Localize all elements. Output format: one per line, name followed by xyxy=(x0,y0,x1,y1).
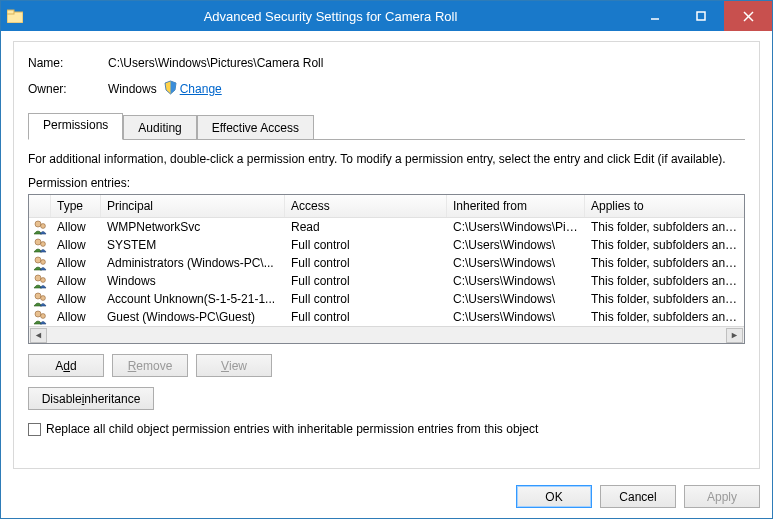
change-link-text[interactable]: Change xyxy=(180,82,222,96)
svg-point-16 xyxy=(35,311,41,317)
svg-point-12 xyxy=(35,275,41,281)
scroll-left-arrow-icon[interactable]: ◄ xyxy=(30,328,47,343)
scroll-right-arrow-icon[interactable]: ► xyxy=(726,328,743,343)
cancel-button[interactable]: Cancel xyxy=(600,485,676,508)
svg-rect-3 xyxy=(697,12,705,20)
svg-point-7 xyxy=(41,224,46,229)
dialog-footer: OK Cancel Apply xyxy=(1,477,772,518)
maximize-button[interactable] xyxy=(678,1,724,31)
name-value: C:\Users\Windows\Pictures\Camera Roll xyxy=(108,56,323,70)
cell-applies: This folder, subfolders and files xyxy=(585,219,744,235)
window-title: Advanced Security Settings for Camera Ro… xyxy=(29,9,632,24)
principal-icon xyxy=(29,255,51,271)
svg-point-9 xyxy=(41,242,46,247)
principal-icon xyxy=(29,219,51,235)
cell-inherited: C:\Users\Windows\ xyxy=(447,291,585,307)
cell-inherited: C:\Users\Windows\ xyxy=(447,273,585,289)
col-principal[interactable]: Principal xyxy=(101,195,285,217)
table-row[interactable]: AllowAccount Unknown(S-1-5-21-1...Full c… xyxy=(29,290,744,308)
cell-principal: WMPNetworkSvc xyxy=(101,219,285,235)
change-owner-link[interactable]: Change xyxy=(163,80,222,98)
grid-header: Type Principal Access Inherited from App… xyxy=(29,195,744,218)
grid-body: AllowWMPNetworkSvcReadC:\Users\Windows\P… xyxy=(29,218,744,326)
inner-panel: Name: C:\Users\Windows\Pictures\Camera R… xyxy=(13,41,760,469)
remove-button[interactable]: Remove xyxy=(112,354,188,377)
svg-point-10 xyxy=(35,257,41,263)
minimize-button[interactable] xyxy=(632,1,678,31)
svg-point-17 xyxy=(41,314,46,319)
owner-value: Windows xyxy=(108,82,157,96)
principal-icon xyxy=(29,273,51,289)
table-row[interactable]: AllowGuest (Windows-PC\Guest)Full contro… xyxy=(29,308,744,326)
cell-access: Full control xyxy=(285,309,447,325)
cell-principal: Guest (Windows-PC\Guest) xyxy=(101,309,285,325)
cell-type: Allow xyxy=(51,309,101,325)
owner-row: Owner: Windows Change xyxy=(28,80,745,98)
replace-children-checkbox[interactable] xyxy=(28,423,41,436)
tab-strip: Permissions Auditing Effective Access xyxy=(28,113,745,140)
owner-label: Owner: xyxy=(28,82,108,96)
permission-entries-label: Permission entries: xyxy=(28,176,745,190)
cell-type: Allow xyxy=(51,237,101,253)
cell-applies: This folder, subfolders and files xyxy=(585,237,744,253)
security-settings-window: Advanced Security Settings for Camera Ro… xyxy=(0,0,773,519)
entry-buttons-row: Add Remove View xyxy=(28,354,745,377)
cell-inherited: C:\Users\Windows\Pic... xyxy=(447,219,585,235)
cell-applies: This folder, subfolders and files xyxy=(585,291,744,307)
table-row[interactable]: AllowWMPNetworkSvcReadC:\Users\Windows\P… xyxy=(29,218,744,236)
col-access[interactable]: Access xyxy=(285,195,447,217)
table-row[interactable]: AllowWindowsFull controlC:\Users\Windows… xyxy=(29,272,744,290)
titlebar[interactable]: Advanced Security Settings for Camera Ro… xyxy=(1,1,772,31)
cell-applies: This folder, subfolders and files xyxy=(585,255,744,271)
tab-auditing[interactable]: Auditing xyxy=(123,115,196,140)
cell-type: Allow xyxy=(51,273,101,289)
close-button[interactable] xyxy=(724,1,772,31)
principal-icon xyxy=(29,291,51,307)
table-row[interactable]: AllowSYSTEMFull controlC:\Users\Windows\… xyxy=(29,236,744,254)
disable-inheritance-button[interactable]: Disable inheritance xyxy=(28,387,154,410)
replace-children-label: Replace all child object permission entr… xyxy=(46,422,538,436)
svg-point-6 xyxy=(35,221,41,227)
principal-icon xyxy=(29,309,51,325)
name-label: Name: xyxy=(28,56,108,70)
inheritance-row: Disable inheritance xyxy=(28,387,745,410)
permissions-tab-body: For additional information, double-click… xyxy=(28,140,745,458)
cell-principal: SYSTEM xyxy=(101,237,285,253)
cell-inherited: C:\Users\Windows\ xyxy=(447,309,585,325)
cell-applies: This folder, subfolders and files xyxy=(585,273,744,289)
tab-effective-access[interactable]: Effective Access xyxy=(197,115,314,140)
cell-access: Read xyxy=(285,219,447,235)
cell-inherited: C:\Users\Windows\ xyxy=(447,255,585,271)
content-area: Name: C:\Users\Windows\Pictures\Camera R… xyxy=(1,31,772,477)
cell-inherited: C:\Users\Windows\ xyxy=(447,237,585,253)
cell-applies: This folder, subfolders and files xyxy=(585,309,744,325)
col-type[interactable]: Type xyxy=(51,195,101,217)
cell-access: Full control xyxy=(285,255,447,271)
view-button[interactable]: View xyxy=(196,354,272,377)
cell-type: Allow xyxy=(51,219,101,235)
cell-type: Allow xyxy=(51,291,101,307)
permission-grid: Type Principal Access Inherited from App… xyxy=(28,194,745,344)
svg-point-15 xyxy=(41,296,46,301)
tab-permissions[interactable]: Permissions xyxy=(28,113,123,140)
svg-point-13 xyxy=(41,278,46,283)
shield-icon xyxy=(163,80,180,98)
cell-principal: Windows xyxy=(101,273,285,289)
table-row[interactable]: AllowAdministrators (Windows-PC\...Full … xyxy=(29,254,744,272)
add-button[interactable]: Add xyxy=(28,354,104,377)
cell-principal: Account Unknown(S-1-5-21-1... xyxy=(101,291,285,307)
cell-principal: Administrators (Windows-PC\... xyxy=(101,255,285,271)
col-applies[interactable]: Applies to xyxy=(585,195,744,217)
cell-access: Full control xyxy=(285,291,447,307)
horizontal-scrollbar[interactable]: ◄ ► xyxy=(29,326,744,343)
svg-point-8 xyxy=(35,239,41,245)
folder-icon xyxy=(1,9,29,23)
apply-button[interactable]: Apply xyxy=(684,485,760,508)
cell-access: Full control xyxy=(285,237,447,253)
col-icon[interactable] xyxy=(29,195,51,217)
ok-button[interactable]: OK xyxy=(516,485,592,508)
principal-icon xyxy=(29,237,51,253)
svg-point-11 xyxy=(41,260,46,265)
col-inherited[interactable]: Inherited from xyxy=(447,195,585,217)
info-text: For additional information, double-click… xyxy=(28,152,745,166)
